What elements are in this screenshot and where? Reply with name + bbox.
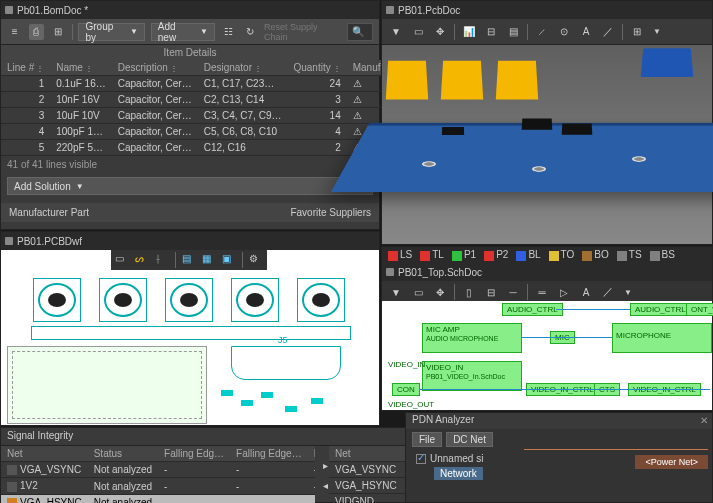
layer-item[interactable]: BL (516, 249, 540, 260)
net-icon[interactable]: ⊟ (483, 284, 499, 300)
si-column-header[interactable]: Rising Edg… (308, 446, 315, 462)
align-icon[interactable]: ⊟ (483, 24, 499, 40)
bom-column-header[interactable]: Name⋮ (50, 60, 111, 76)
wire (556, 309, 630, 310)
ic-chip (562, 123, 593, 134)
layer-item[interactable]: BO (582, 249, 608, 260)
pdn-title: PDN Analyzer (406, 413, 712, 429)
bom-tab-bar: Pb01.BomDoc * (1, 1, 379, 19)
move-icon[interactable]: ✥ (432, 24, 448, 40)
si-column-header[interactable]: Falling Edg… (158, 446, 230, 462)
route-icon[interactable]: ⟋ (534, 24, 550, 40)
pcb3d-tab-title[interactable]: PB01.PcbDoc (398, 5, 460, 16)
dcnet-button[interactable]: DC Net (446, 432, 493, 447)
layer-item[interactable]: TS (617, 249, 642, 260)
trace-icon[interactable]: ᔕ (135, 253, 149, 267)
power-net-placeholder[interactable]: <Power Net> (635, 455, 708, 469)
bom-column-header[interactable]: Quantity⋮ (287, 60, 346, 76)
table-row[interactable]: 310uF 10VCapacitor, Cer…C3, C4, C7, C9…1… (1, 108, 407, 124)
add-new-button[interactable]: Add new▼ (151, 23, 215, 41)
3d-icon[interactable]: ▣ (222, 253, 236, 267)
settings-icon[interactable]: ⚙ (249, 253, 263, 267)
line-icon[interactable]: ／ (600, 284, 616, 300)
schematic-canvas[interactable]: AUDIO_CTRL AUDIO_CTRL ONT_W MIC AMP AUDI… (382, 301, 712, 410)
filter-icon[interactable]: ▼ (388, 284, 404, 300)
move-icon[interactable]: ✥ (432, 284, 448, 300)
layer-item[interactable]: LS (388, 249, 412, 260)
wire-icon[interactable]: ─ (505, 284, 521, 300)
list-icon[interactable]: ≡ (7, 24, 23, 40)
si-column-header[interactable]: Status (88, 446, 158, 462)
more-icon[interactable]: ▼ (624, 288, 632, 297)
table-row[interactable]: 5220pF 5…Capacitor, Cer…C12, C162⚠ (1, 140, 407, 156)
sch-tab-title[interactable]: PB01_Top.SchDoc (398, 267, 482, 278)
table-row[interactable]: VGA_VSYNCNot analyzed---- (1, 462, 315, 478)
pcb-canvas[interactable]: J5 (1, 250, 379, 425)
layer-icon[interactable]: ▤ (505, 24, 521, 40)
grid-icon[interactable]: ⊞ (629, 24, 645, 40)
layer-icon[interactable]: ▤ (182, 253, 196, 267)
bom-column-header[interactable]: Designator⋮ (198, 60, 288, 76)
blue-connector (641, 48, 694, 77)
layer-item[interactable]: TL (420, 249, 444, 260)
layer-item[interactable]: TO (549, 249, 575, 260)
bom-column-header[interactable]: Description⋮ (112, 60, 198, 76)
layer-item[interactable]: BS (650, 249, 675, 260)
separator (527, 284, 528, 300)
designator-j5: J5 (278, 335, 288, 345)
select-icon[interactable]: ▭ (410, 24, 426, 40)
ic-chip (442, 127, 464, 135)
wire (522, 337, 612, 338)
si-column-header[interactable]: Falling Edge… (230, 446, 308, 462)
pcb3d-tab-bar: PB01.PcbDoc (382, 1, 712, 19)
bom-tab-title[interactable]: Pb01.BomDoc * (17, 5, 88, 16)
refresh-icon[interactable]: ↻ (243, 24, 259, 40)
separator (622, 24, 623, 40)
reset-supply-chain-button[interactable]: Reset Supply Chain (264, 22, 341, 42)
line-icon[interactable]: ／ (600, 24, 616, 40)
layer-item[interactable]: P2 (484, 249, 508, 260)
bom-column-header[interactable]: Line #⋮ (1, 60, 50, 76)
chart-icon[interactable]: 📊 (461, 24, 477, 40)
pcb2d-tab-title[interactable]: PB01.PCBDwf (17, 236, 82, 247)
select-icon[interactable]: ▭ (410, 284, 426, 300)
si-column-header[interactable]: Net (1, 446, 88, 462)
table-row[interactable]: 1V2Not analyzed---- (1, 478, 315, 494)
more-icon[interactable]: ▼ (653, 27, 661, 36)
pcb-3d-view[interactable]: ▼ ▭ ✥ 📊 ⊟ ▤ ⟋ ⊙ A ／ ⊞ ▼ (382, 19, 712, 244)
close-icon[interactable]: ✕ (700, 415, 708, 426)
network-item[interactable]: Network (434, 467, 483, 480)
port-icon[interactable]: ▷ (556, 284, 572, 300)
pcb3d-panel: PB01.PcbDoc ▼ ▭ ✥ 📊 ⊟ ▤ ⟋ ⊙ A ／ ⊞ ▼ (381, 0, 713, 245)
text-icon[interactable]: A (578, 284, 594, 300)
file-button[interactable]: File (412, 432, 442, 447)
via-icon[interactable]: ⊙ (556, 24, 572, 40)
table-row[interactable]: 210nF 16VCapacitor, Cer…C2, C13, C143⚠ (1, 92, 407, 108)
search-box[interactable]: 🔍 (347, 23, 373, 41)
unnamed-checkbox[interactable] (416, 454, 426, 464)
pcb-2d-view[interactable]: ▭ ᔕ ⟊ ▤ ▦ ▣ ⚙ J5 (1, 250, 379, 425)
table-row[interactable]: VGA_HSYNCNot analyzed---- (1, 494, 315, 503)
cursor-icon[interactable]: ▭ (115, 253, 129, 267)
filter-icon[interactable]: ▼ (388, 24, 404, 40)
table-row[interactable]: 4100pF 1…Capacitor, Cer…C5, C6, C8, C104… (1, 124, 407, 140)
fav-suppliers-header: Favorite Suppliers (290, 207, 371, 218)
measure-icon[interactable]: ⟊ (155, 253, 169, 267)
pdn-divider (524, 449, 708, 450)
add-solution-button[interactable]: Add Solution▼ (7, 177, 373, 195)
group-by-button[interactable]: Group by▼ (78, 23, 144, 41)
document-icon (386, 6, 394, 14)
layer-item[interactable]: P1 (452, 249, 476, 260)
grid-icon[interactable]: ⊞ (50, 24, 66, 40)
harness-icon[interactable]: ═ (534, 284, 550, 300)
component-block (7, 346, 207, 424)
print-icon[interactable]: ⎙ (29, 24, 45, 40)
pdn-toolbar: File DC Net (406, 429, 712, 449)
document-icon (5, 237, 13, 245)
text-icon[interactable]: A (578, 24, 594, 40)
pdn-panel: PDN Analyzer ✕ File DC Net Unnamed si Ne… (405, 412, 713, 503)
part-icon[interactable]: ▯ (461, 284, 477, 300)
table-row[interactable]: 10.1uF 16…Capacitor, Cer…C1, C17, C23…24… (1, 76, 407, 92)
columns-icon[interactable]: ☷ (221, 24, 237, 40)
view-icon[interactable]: ▦ (202, 253, 216, 267)
